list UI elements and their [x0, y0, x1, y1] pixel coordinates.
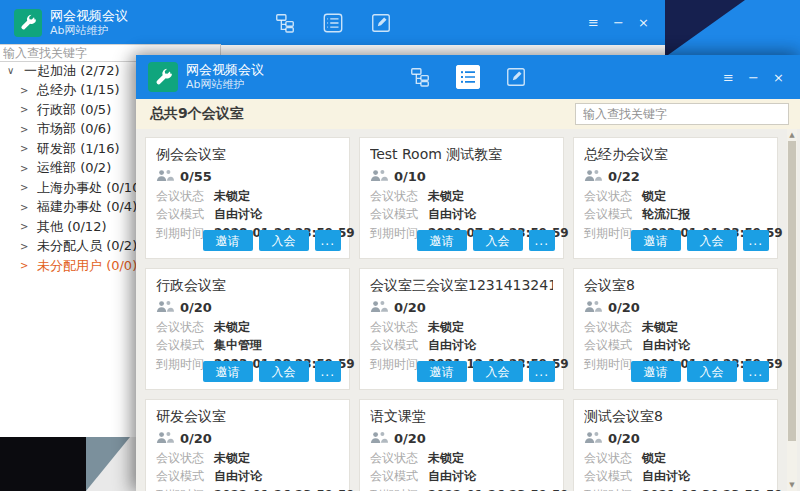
participant-count: 0/20 [608, 431, 640, 446]
minimize-button[interactable]: − [611, 15, 626, 30]
mode-label: 会议模式 [370, 338, 428, 352]
tree-item-label: 其他 (0/12) [37, 218, 106, 236]
join-button[interactable]: 入会 [259, 361, 309, 382]
close-button[interactable]: × [771, 70, 786, 85]
caret-icon[interactable]: > [20, 85, 31, 96]
participants-icon [370, 429, 388, 448]
meeting-room-card: 测试会议室8 0/20 会议状态 锁定 会议模式 自由讨论 到期时间 [573, 399, 778, 491]
org-structure-icon[interactable] [408, 65, 432, 89]
tree-item-label: 未分配用户 (0/0) [37, 257, 137, 275]
join-button[interactable]: 入会 [473, 361, 523, 382]
minimize-button[interactable]: − [746, 70, 761, 85]
menu-button[interactable]: ≡ [721, 70, 736, 85]
room-count-summary: 总共9个会议室 [150, 105, 244, 123]
mode-value: 自由讨论 [642, 338, 690, 352]
participant-count: 0/10 [394, 169, 426, 184]
mode-row: 会议模式 自由讨论 [584, 469, 767, 483]
tree-item-label: 一起加油 (2/72) [24, 62, 119, 80]
mode-label: 会议模式 [584, 207, 642, 221]
more-button[interactable]: ... [315, 361, 341, 382]
invite-button[interactable]: 邀请 [417, 230, 467, 251]
caret-icon[interactable]: > [20, 260, 31, 271]
scroll-down-icon[interactable]: ▼ [787, 481, 797, 489]
invite-button[interactable]: 邀请 [417, 361, 467, 382]
invite-button[interactable]: 邀请 [203, 361, 253, 382]
more-button[interactable]: ... [743, 230, 769, 251]
status-value: 未锁定 [428, 451, 464, 465]
status-row: 会议状态 未锁定 [370, 189, 553, 203]
invite-button[interactable]: 邀请 [203, 230, 253, 251]
toolbar-icons [408, 65, 528, 89]
org-structure-icon[interactable] [273, 11, 297, 35]
invite-button[interactable]: 邀请 [631, 230, 681, 251]
compose-icon[interactable] [369, 11, 393, 35]
compose-icon[interactable] [504, 65, 528, 89]
caret-icon[interactable]: > [20, 143, 31, 154]
window-title-block: 网会视频会议 Ab网站维护 [50, 8, 128, 38]
join-button[interactable]: 入会 [687, 361, 737, 382]
mode-label: 会议模式 [156, 469, 214, 483]
room-title: 例会会议室 [156, 146, 339, 164]
status-value: 未锁定 [214, 320, 250, 334]
participant-row: 0/22 [584, 169, 767, 184]
caret-icon[interactable]: > [20, 182, 31, 193]
status-label: 会议状态 [584, 320, 642, 334]
caret-icon[interactable]: > [20, 241, 31, 252]
tree-item-label: 运维部 (0/2) [37, 159, 111, 177]
caret-icon[interactable]: > [20, 163, 31, 174]
room-title: Test Room 测试教室 [370, 146, 553, 164]
participant-count: 0/20 [394, 431, 426, 446]
mode-row: 会议模式 自由讨论 [370, 469, 553, 483]
meeting-list-icon-active[interactable] [456, 65, 480, 89]
status-value: 锁定 [642, 451, 666, 465]
card-actions: 邀请 入会 ... [203, 361, 341, 382]
mode-value: 自由讨论 [214, 469, 262, 483]
meeting-list-icon[interactable] [321, 11, 345, 35]
desktop-wallpaper-top-right [665, 0, 800, 55]
join-button[interactable]: 入会 [473, 230, 523, 251]
caret-icon[interactable]: > [20, 221, 31, 232]
status-row: 会议状态 未锁定 [156, 189, 339, 203]
close-button[interactable]: × [636, 15, 651, 30]
status-label: 会议状态 [370, 451, 428, 465]
meeting-room-card: 研发会议室 0/20 会议状态 未锁定 会议模式 自由讨论 到期时间 [145, 399, 350, 491]
caret-icon[interactable]: ∨ [7, 65, 18, 76]
caret-icon[interactable]: > [20, 104, 31, 115]
expire-value: 2021-06-30 23:59:59 [642, 488, 783, 491]
caret-icon[interactable]: > [20, 124, 31, 135]
more-button[interactable]: ... [743, 361, 769, 382]
room-search-input[interactable] [575, 103, 789, 125]
meeting-room-card: 语文课堂 0/20 会议状态 未锁定 会议模式 自由讨论 到期时间 [359, 399, 564, 491]
scrollbar-thumb[interactable] [788, 141, 796, 441]
window-title-block: 网会视频会议 Ab网站维护 [186, 62, 264, 92]
room-title: 语文课堂 [370, 408, 553, 426]
invite-button[interactable]: 邀请 [631, 361, 681, 382]
summary-bar: 总共9个会议室 [136, 99, 800, 129]
card-actions: 邀请 入会 ... [417, 361, 555, 382]
app-title: 网会视频会议 [50, 8, 128, 24]
background-titlebar: 网会视频会议 Ab网站维护 ≡ − × [0, 0, 665, 45]
wallpaper-black-shape [0, 437, 86, 491]
mode-label: 会议模式 [584, 338, 642, 352]
scroll-up-icon[interactable]: ▲ [787, 131, 797, 139]
more-button[interactable]: ... [529, 361, 555, 382]
status-row: 会议状态 锁定 [584, 189, 767, 203]
vertical-scrollbar[interactable]: ▲ ▼ [787, 129, 797, 491]
room-title: 会议室三会议室123141324141三会... [370, 277, 553, 295]
expire-label: 到期时间 [156, 488, 214, 491]
join-button[interactable]: 入会 [259, 230, 309, 251]
status-label: 会议状态 [156, 320, 214, 334]
menu-button[interactable]: ≡ [586, 15, 601, 30]
more-button[interactable]: ... [529, 230, 555, 251]
more-button[interactable]: ... [315, 230, 341, 251]
tree-item-label: 市场部 (0/6) [37, 120, 111, 138]
participants-icon [156, 429, 174, 448]
mode-value: 集中管理 [214, 338, 262, 352]
room-title: 会议室8 [584, 277, 767, 295]
join-button[interactable]: 入会 [687, 230, 737, 251]
participant-count: 0/20 [180, 431, 212, 446]
participant-count: 0/20 [180, 300, 212, 315]
caret-icon[interactable]: > [20, 202, 31, 213]
mode-value: 轮流汇报 [642, 207, 690, 221]
status-row: 会议状态 未锁定 [156, 320, 339, 334]
